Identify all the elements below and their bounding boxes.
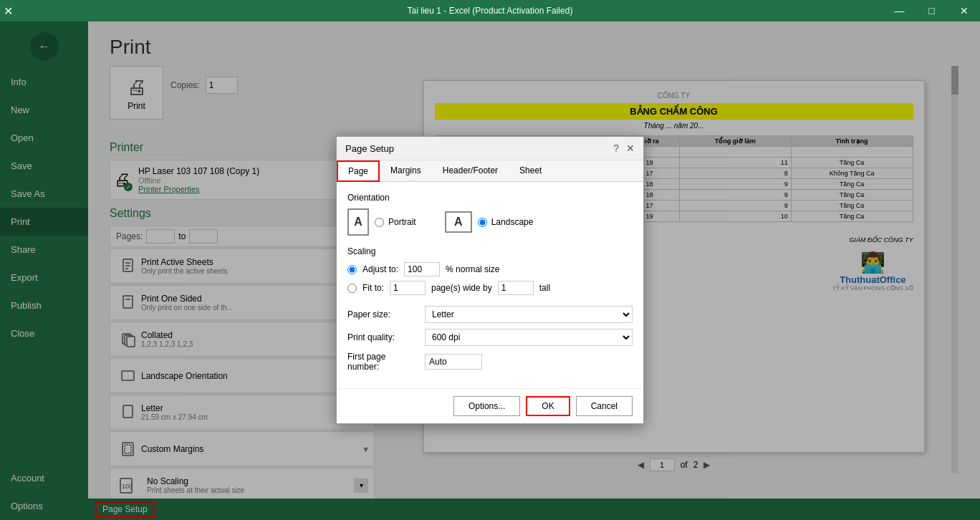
scaling-section: Scaling Adjust to: % normal size Fit to:… (347, 246, 633, 295)
fit-to-radio[interactable] (347, 284, 357, 293)
options-button[interactable]: Options... (453, 396, 520, 416)
first-page-input[interactable] (425, 354, 482, 370)
modal-overlay: Page Setup ? ✕ Page Margins Header/Foote… (0, 21, 980, 520)
tab-page[interactable]: Page (337, 160, 380, 182)
modal-footer: Options... OK Cancel (337, 388, 643, 423)
adjust-value-input[interactable] (404, 262, 440, 276)
page-setup-dialog: Page Setup ? ✕ Page Margins Header/Foote… (336, 136, 644, 424)
fit-to-row: Fit to: page(s) wide by tall (347, 281, 633, 295)
modal-title-bar: Page Setup ? ✕ (337, 137, 643, 160)
paper-size-label: Paper size: (347, 309, 419, 319)
fit-tall-input[interactable] (498, 281, 534, 295)
landscape-radio[interactable] (478, 218, 487, 227)
title-bar-controls: — □ ✕ (883, 0, 980, 21)
cancel-button[interactable]: Cancel (576, 396, 633, 416)
close-button[interactable]: ✕ (948, 0, 980, 21)
landscape-orient-icon: A (445, 211, 472, 233)
scaling-label: Scaling (347, 246, 633, 256)
portrait-label: Portrait (388, 217, 416, 227)
fit-label: Fit to: (362, 283, 384, 293)
modal-controls: ? ✕ (613, 143, 635, 154)
adjust-to-row: Adjust to: % normal size (347, 262, 633, 276)
modal-body: Orientation A Portrait A (337, 182, 643, 388)
fit-wide-input[interactable] (390, 281, 426, 295)
paper-size-row: Paper size: Letter A4 Legal A3 (347, 306, 633, 323)
adjust-label: Adjust to: (362, 264, 398, 274)
orientation-label: Orientation (347, 193, 633, 203)
title-bar-text: Tai lieu 1 - Excel (Product Activation F… (408, 6, 573, 16)
print-quality-row: Print quality: 300 dpi 600 dpi 1200 dpi (347, 329, 633, 346)
minimize-button[interactable]: — (883, 0, 916, 21)
first-page-label: First page number: (347, 352, 419, 372)
print-quality-select[interactable]: 300 dpi 600 dpi 1200 dpi (425, 329, 633, 346)
orientation-section: Orientation A Portrait A (347, 193, 633, 236)
orientation-row: A Portrait A Landscape (347, 208, 633, 236)
title-bar: ✕ Tai lieu 1 - Excel (Product Activation… (0, 0, 980, 21)
print-quality-label: Print quality: (347, 332, 419, 342)
modal-title: Page Setup (345, 143, 394, 154)
percent-label: % normal size (446, 264, 499, 274)
fit-tall-label: tall (539, 283, 550, 293)
maximize-button[interactable]: □ (916, 0, 948, 21)
modal-close-button[interactable]: ✕ (626, 143, 635, 154)
modal-tabs: Page Margins Header/Footer Sheet (337, 160, 643, 182)
first-page-row: First page number: (347, 352, 633, 372)
landscape-label: Landscape (491, 217, 534, 227)
ok-button[interactable]: OK (526, 396, 570, 416)
title-bar-left: ✕ (0, 4, 13, 18)
fit-wide-label: page(s) wide by (431, 283, 492, 293)
tab-sheet[interactable]: Sheet (509, 160, 552, 182)
tab-header-footer[interactable]: Header/Footer (432, 160, 509, 182)
tab-margins[interactable]: Margins (380, 160, 432, 182)
portrait-radio[interactable] (375, 218, 384, 227)
paper-size-select[interactable]: Letter A4 Legal A3 (425, 306, 633, 323)
adjust-radio[interactable] (347, 265, 357, 274)
modal-help-button[interactable]: ? (613, 143, 619, 154)
portrait-icon: A (347, 208, 369, 236)
